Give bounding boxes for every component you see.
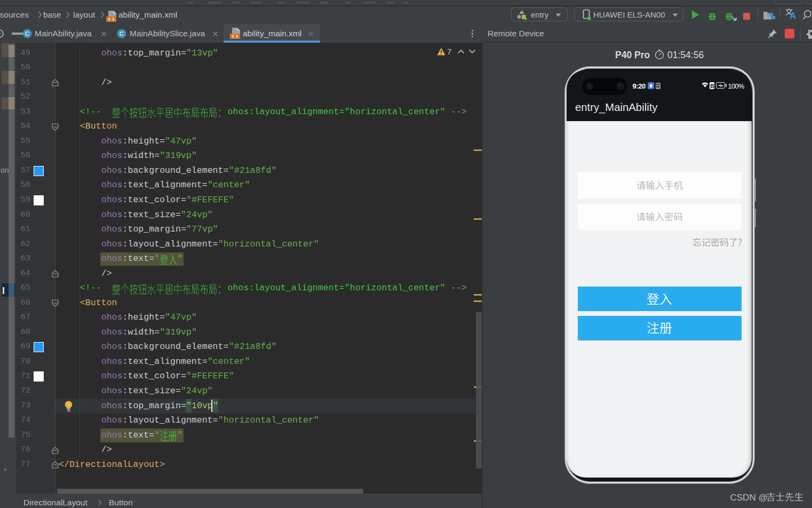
svg-text:C: C [25, 30, 29, 37]
svg-text:C: C [119, 30, 123, 37]
